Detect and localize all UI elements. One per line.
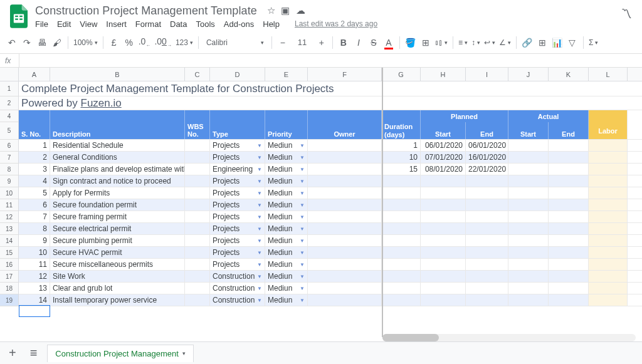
menu-help[interactable]: Help xyxy=(263,19,280,29)
cell[interactable]: Projects▼ xyxy=(210,175,265,187)
select-all-corner[interactable] xyxy=(0,68,19,81)
col-header[interactable]: E xyxy=(265,68,308,81)
cell[interactable] xyxy=(549,187,589,199)
row-header[interactable]: 13 xyxy=(0,223,18,235)
cell[interactable]: Engineering▼ xyxy=(210,164,265,175)
cell[interactable]: Projects▼ xyxy=(210,187,265,199)
cell[interactable]: Mediun▼ xyxy=(265,211,308,222)
cell[interactable]: 2 xyxy=(19,152,50,163)
cell[interactable] xyxy=(421,283,466,294)
row-header[interactable]: 8 xyxy=(0,164,18,175)
cell[interactable] xyxy=(549,164,589,175)
cell[interactable] xyxy=(421,294,466,306)
menu-view[interactable]: View xyxy=(80,19,97,29)
cell[interactable]: 1 xyxy=(19,140,50,151)
cell[interactable] xyxy=(508,211,549,222)
cell[interactable] xyxy=(508,294,549,306)
cell[interactable] xyxy=(589,199,628,211)
cell[interactable] xyxy=(549,175,589,187)
cell[interactable]: Mediun▼ xyxy=(265,223,308,234)
row-header[interactable]: 11 xyxy=(0,199,18,211)
sheet-tab-menu-icon[interactable]: ▾ xyxy=(182,350,186,356)
cell[interactable] xyxy=(308,271,382,282)
cell[interactable] xyxy=(589,271,628,282)
cell[interactable] xyxy=(549,140,589,151)
cell[interactable] xyxy=(508,199,549,211)
redo-icon[interactable]: ↷ xyxy=(21,38,33,48)
cell[interactable]: Construction▼ xyxy=(210,283,265,294)
cell[interactable]: Projects▼ xyxy=(210,152,265,163)
cell[interactable] xyxy=(308,294,382,306)
cell[interactable]: Secure electrical permit xyxy=(50,223,185,234)
filter-icon[interactable]: ▽ xyxy=(567,38,578,48)
cell[interactable]: Install temporary power service xyxy=(50,294,185,306)
font-select[interactable]: Calibri▾ xyxy=(204,38,266,47)
cell[interactable] xyxy=(466,223,508,234)
font-size-inc[interactable]: + xyxy=(316,38,327,48)
cell[interactable]: Projects▼ xyxy=(210,259,265,270)
cell[interactable] xyxy=(382,283,421,294)
cell[interactable]: Mediun▼ xyxy=(265,140,308,151)
cell[interactable] xyxy=(185,259,210,270)
cell[interactable]: Finalize plans and develop estimate with xyxy=(50,164,185,175)
cell[interactable] xyxy=(382,247,421,258)
cell[interactable] xyxy=(549,223,589,234)
cell[interactable] xyxy=(508,152,549,163)
cell[interactable]: 15 xyxy=(382,164,421,175)
strike-icon[interactable]: S xyxy=(368,38,379,48)
cell[interactable] xyxy=(382,211,421,222)
cell[interactable] xyxy=(589,152,628,163)
zoom-select[interactable]: 100% ▾ xyxy=(73,38,98,47)
cell[interactable] xyxy=(508,283,549,294)
cell[interactable]: Mediun▼ xyxy=(265,283,308,294)
cell[interactable] xyxy=(308,199,382,211)
col-header[interactable]: H xyxy=(421,68,466,81)
cell[interactable] xyxy=(308,223,382,234)
doc-title[interactable]: Construction Project Management Template xyxy=(35,4,257,18)
cell[interactable] xyxy=(549,259,589,270)
cell[interactable] xyxy=(421,187,466,199)
currency-icon[interactable]: £ xyxy=(108,38,120,48)
sheet-tab-active[interactable]: Construction Project Management ▾ xyxy=(47,345,194,362)
cell[interactable]: 06/01/2020 xyxy=(421,140,466,151)
move-icon[interactable]: ▣ xyxy=(281,5,290,16)
col-header[interactable]: I xyxy=(466,68,508,81)
cell[interactable] xyxy=(466,187,508,199)
menu-data[interactable]: Data xyxy=(170,19,187,29)
sheet-title-1[interactable]: Complete Project Management Template for… xyxy=(21,83,334,95)
last-edit-link[interactable]: Last edit was 2 days ago xyxy=(295,19,377,29)
cell[interactable]: Secure miscellaneous permits xyxy=(50,259,185,270)
cell[interactable] xyxy=(185,294,210,306)
cell[interactable] xyxy=(466,294,508,306)
freeze-line[interactable] xyxy=(382,68,383,337)
merge-icon[interactable]: ⫾⫿ ▾ xyxy=(435,38,448,47)
cell[interactable] xyxy=(508,175,549,187)
row-header[interactable]: 18 xyxy=(0,283,18,294)
paint-format-icon[interactable]: 🖌 xyxy=(51,38,63,48)
cell[interactable]: 11 xyxy=(19,259,50,270)
all-sheets-icon[interactable]: ≡ xyxy=(26,346,41,360)
cell[interactable] xyxy=(382,235,421,246)
row-header[interactable]: 14 xyxy=(0,235,18,247)
star-icon[interactable]: ☆ xyxy=(267,5,275,16)
valign-icon[interactable]: ↕ ▾ xyxy=(471,38,480,47)
col-header[interactable]: D xyxy=(210,68,265,81)
cell[interactable] xyxy=(308,283,382,294)
col-header[interactable]: K xyxy=(549,68,589,81)
cell[interactable] xyxy=(589,294,628,306)
cell[interactable]: 1 xyxy=(382,140,421,151)
cell[interactable]: Mediun▼ xyxy=(265,164,308,175)
cell[interactable]: Apply for Permits xyxy=(50,187,185,199)
cell[interactable] xyxy=(466,199,508,211)
bold-icon[interactable]: B xyxy=(338,38,349,48)
cell[interactable] xyxy=(382,187,421,199)
col-header[interactable]: G xyxy=(382,68,421,81)
cell[interactable] xyxy=(185,187,210,199)
cell[interactable] xyxy=(308,140,382,151)
cell[interactable] xyxy=(185,199,210,211)
cell[interactable] xyxy=(508,187,549,199)
cell[interactable]: Projects▼ xyxy=(210,140,265,151)
cell[interactable] xyxy=(466,283,508,294)
cell[interactable] xyxy=(549,152,589,163)
cell[interactable]: 4 xyxy=(19,175,50,187)
